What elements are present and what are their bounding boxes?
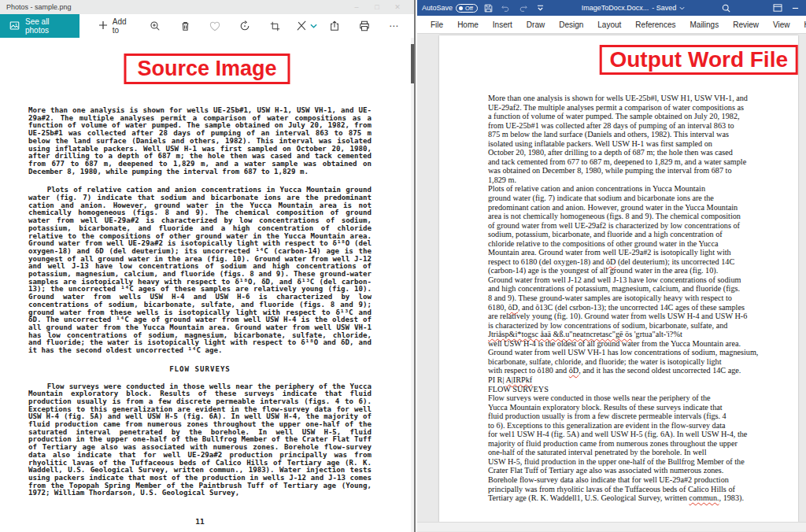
save-icon[interactable] xyxy=(482,4,495,13)
word-text-line[interactable]: area is not chemically homogeneous (figs… xyxy=(488,212,782,221)
word-text-line[interactable]: Ground water from well USW VH-1 has low … xyxy=(488,348,782,357)
crop-icon[interactable] xyxy=(260,21,290,31)
word-text-line[interactable]: of ground water from well UE-29af2 is ch… xyxy=(488,221,782,231)
autosave-toggle[interactable]: Off xyxy=(456,4,478,13)
share-icon[interactable] xyxy=(320,20,349,31)
word-text-line[interactable]: fluid production usually is from a few d… xyxy=(488,412,782,421)
word-text-line[interactable]: PI R| A|IRPkf xyxy=(488,375,782,385)
ribbon-tab-layout[interactable]: Layout xyxy=(590,16,628,34)
ribbon-tab-insert[interactable]: Insert xyxy=(486,16,519,34)
text-segment: , 1983). xyxy=(719,493,744,502)
text-segment: October 20, 1980, after drilling to a de… xyxy=(488,148,733,157)
photos-scrollbar-thumb[interactable] xyxy=(411,44,414,83)
word-text-line[interactable]: Tertiary age (R. K. Waddell1, U.S. Geolo… xyxy=(488,493,782,503)
ribbon-tab-design[interactable]: Design xyxy=(552,16,590,34)
word-text-line[interactable]: isolated using inflatable packers. Well … xyxy=(488,139,782,149)
photos-scrollbar[interactable] xyxy=(411,38,414,532)
word-text-line[interactable]: well USW H-4 is the oldest of all ground… xyxy=(488,339,782,349)
ribbon-display-options-icon[interactable] xyxy=(771,4,784,12)
word-text-line[interactable]: majority of fluid production came from n… xyxy=(488,439,782,449)
text-segment: (carbon-14) age is the youngest of all g… xyxy=(488,266,718,275)
word-text-line[interactable]: chloride relative to the compositions of… xyxy=(488,239,782,249)
word-text-line[interactable]: Plots of relative cation and anion conce… xyxy=(488,184,782,194)
word-text-line[interactable]: is characterized by low concentrations o… xyxy=(488,321,782,331)
text-segment: 875 m below the land surface (Daniels an… xyxy=(488,130,729,139)
more-icon[interactable]: ⋯ xyxy=(379,20,409,31)
word-text-line[interactable]: Yucca Mountain exploratory block. Result… xyxy=(488,403,782,412)
ribbon-tab-help[interactable]: Help xyxy=(797,16,806,34)
word-text-line[interactable]: respect to 6180 (del oxygen-18) and ôD (… xyxy=(488,257,782,267)
see-all-photos-button[interactable]: See all photos xyxy=(0,14,79,38)
customize-quick-access-icon[interactable] xyxy=(534,5,547,11)
minimize-icon[interactable]: – xyxy=(346,3,367,11)
zoom-in-icon[interactable] xyxy=(140,20,170,31)
autosave-control[interactable]: AutoSave Off xyxy=(422,4,478,13)
word-text-line[interactable]: bicarbonate, sulfate, chloride, and fluo… xyxy=(488,357,782,367)
word-ribbon-tabs: FileHomeInsertDrawDesignLayoutReferences… xyxy=(417,16,806,34)
ribbon-tab-references[interactable]: References xyxy=(628,16,682,34)
word-text-line[interactable]: Jtriåsp&i*togsc åaä &ß.u"neatncretasc"gē… xyxy=(488,330,782,339)
redo-icon[interactable] xyxy=(517,4,530,12)
word-text-line[interactable]: 1,829 m. xyxy=(488,175,782,185)
text-segment: 'grtua"alt-'i?%t xyxy=(632,330,682,338)
chevron-down-icon[interactable] xyxy=(679,4,685,12)
word-page[interactable]: Output Word File More than one analysis … xyxy=(439,35,798,522)
text-segment: 8 and 9). These ground-water samples are… xyxy=(488,294,732,302)
ribbon-tab-file[interactable]: File xyxy=(423,16,450,34)
window-minimize-icon[interactable] xyxy=(789,5,801,12)
word-text-line[interactable]: 6180, ôD, and ô13C (del csrbon-13); the … xyxy=(488,303,782,312)
word-text-line[interactable]: Ground water from well J-12 and well J-1… xyxy=(488,275,782,285)
word-text-line[interactable]: for wel1 USW H-4 (fig. 5A) and well USW … xyxy=(488,430,782,439)
photos-titlebar: Photos - sample.png – □ ✕ xyxy=(0,0,414,14)
word-text-line[interactable]: More than one analysis is shown for well… xyxy=(488,94,782,103)
word-text-line[interactable]: one-half of the saturated interval penet… xyxy=(488,448,782,457)
word-text-line[interactable]: was obtained on December 8, 1980, while … xyxy=(488,166,782,175)
word-text-line[interactable]: are relatively young (fig. 10). Ground w… xyxy=(488,312,782,321)
word-text-line[interactable]: ground water (fig. 7) indicate that sodi… xyxy=(488,194,782,203)
word-text-line[interactable]: sodium, potassium, bicarbonate, and fluo… xyxy=(488,230,782,239)
text-segment: to 6). Exceptions to this generalization… xyxy=(488,421,726,430)
maximize-icon[interactable]: □ xyxy=(367,3,387,11)
word-text-line[interactable]: Flow surveys were conducted in those wel… xyxy=(488,393,782,403)
word-document-title[interactable]: ImageToDocx.Docx... - Saved xyxy=(552,4,715,12)
word-text-line[interactable]: to 6). Exceptions to this generalization… xyxy=(488,421,782,430)
word-text-line[interactable]: FLOW SURVEYS xyxy=(488,385,782,394)
word-document-text[interactable]: More than one analysis is shown for well… xyxy=(439,94,798,503)
ribbon-tab-mailings[interactable]: Mailings xyxy=(682,16,726,34)
text-segment: Flow surveys were conducted in those wel… xyxy=(488,393,711,402)
word-text-line[interactable]: October 20, 1980, after drilling to a de… xyxy=(488,148,782,157)
close-icon[interactable]: ✕ xyxy=(387,3,408,11)
word-text-line[interactable]: predominant cation and anion. However, g… xyxy=(488,203,782,212)
ribbon-tab-view[interactable]: View xyxy=(766,16,797,34)
print-icon[interactable] xyxy=(349,20,379,31)
word-text-line[interactable]: UE-29af2. The multiple analyses permit a… xyxy=(488,103,782,113)
text-segment: 6180, xyxy=(488,303,508,312)
doc-paragraph: Plots of relative cation and anion conce… xyxy=(28,187,372,354)
word-text-line[interactable]: and tack cemented from 677 to 687 m, dee… xyxy=(488,157,782,167)
word-text-line[interactable]: Crater Flat Tuff of Tertiary age also wa… xyxy=(488,466,782,475)
ribbon-tab-draw[interactable]: Draw xyxy=(519,16,552,34)
delete-icon[interactable] xyxy=(170,20,200,31)
word-text-line[interactable]: a function of volume of water pumped. Th… xyxy=(488,112,782,121)
edit-create-dropdown-icon[interactable] xyxy=(307,24,320,28)
text-segment: one-half of the saturated interval penet… xyxy=(488,448,707,456)
search-icon[interactable] xyxy=(719,4,732,13)
word-text-line[interactable]: and high concentrations of potassium, ma… xyxy=(488,284,782,294)
undo-icon[interactable] xyxy=(500,4,512,12)
rotate-icon[interactable] xyxy=(230,20,260,31)
word-text-line[interactable]: (carbon-14) age is the youngest of all g… xyxy=(488,266,782,275)
scanned-document-text: More than one analysis is shown for well… xyxy=(28,107,372,508)
ribbon-tab-review[interactable]: Review xyxy=(726,16,766,34)
word-text-line[interactable]: USW H-5, fluid production in the upper o… xyxy=(488,457,782,467)
word-text-line[interactable]: 8 and 9). These ground-water samples are… xyxy=(488,294,782,303)
word-text-line[interactable]: with respect to ô180 and ôD, and it has … xyxy=(488,366,782,375)
word-text-line[interactable]: Mountain area. Ground water from well UE… xyxy=(488,248,782,257)
word-text-line[interactable]: principally was from rhyolitic lavas of … xyxy=(488,485,782,494)
ribbon-tab-home[interactable]: Home xyxy=(450,16,486,34)
add-to-button[interactable]: Add to xyxy=(91,14,140,38)
word-text-line[interactable]: Borehole flow-survey data also indicate … xyxy=(488,475,782,485)
favorite-icon[interactable] xyxy=(200,21,230,31)
word-text-line[interactable]: 875 m below the land surface (Daniels an… xyxy=(488,130,782,139)
toggle-dot xyxy=(459,6,463,10)
word-text-line[interactable]: from UE-25b#1 was collected after 28 day… xyxy=(488,121,782,131)
